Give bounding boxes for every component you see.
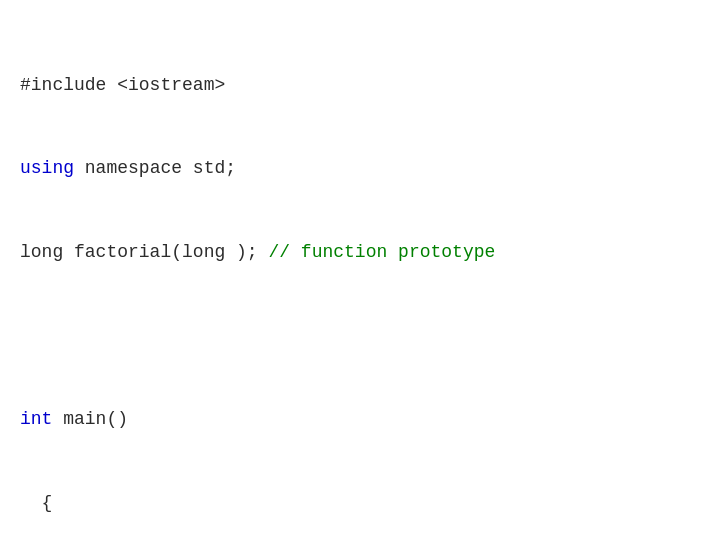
code-container: #include <iostream> using namespace std;… xyxy=(0,0,720,540)
code-line-5: int main() xyxy=(20,406,700,434)
keyword-int: int xyxy=(20,409,52,429)
code-line-4 xyxy=(20,323,700,351)
code-line-2: using namespace std; xyxy=(20,155,700,183)
code-comment: // function prototype xyxy=(268,242,495,262)
code-text: namespace std; xyxy=(74,158,236,178)
code-line-6: { xyxy=(20,490,700,518)
code-text: main() xyxy=(52,409,128,429)
code-block: #include <iostream> using namespace std;… xyxy=(20,16,700,540)
code-line-1: #include <iostream> xyxy=(20,72,700,100)
code-text: long factorial(long ); xyxy=(20,242,268,262)
code-text: #include <iostream> xyxy=(20,75,225,95)
code-line-3: long factorial(long ); // function proto… xyxy=(20,239,700,267)
keyword-using: using xyxy=(20,158,74,178)
code-text: { xyxy=(20,493,52,513)
